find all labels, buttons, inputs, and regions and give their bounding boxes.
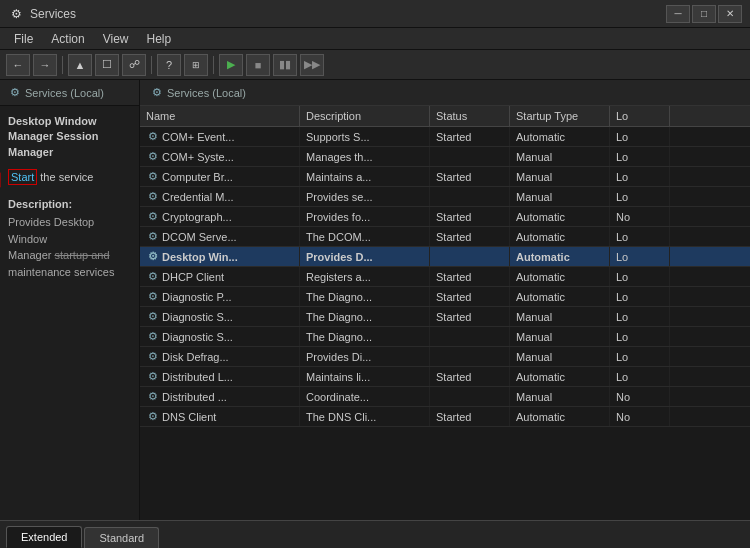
description-section: Description: Provides Desktop Window Man… xyxy=(8,198,131,280)
menu-file[interactable]: File xyxy=(6,30,41,48)
table-row[interactable]: ⚙COM+ Syste...Manages th...ManualLo xyxy=(140,147,750,167)
service-desc-cell: Manages th... xyxy=(300,147,430,166)
menu-help[interactable]: Help xyxy=(139,30,180,48)
service-name-text: COM+ Syste... xyxy=(162,151,234,163)
tab-extended[interactable]: Extended xyxy=(6,526,82,548)
action-link-area: Start the service xyxy=(8,170,131,184)
table-row[interactable]: ⚙Cryptograph...Provides fo...StartedAuto… xyxy=(140,207,750,227)
col-logon: Lo xyxy=(610,106,670,126)
service-name-cell: ⚙COM+ Syste... xyxy=(140,147,300,166)
service-name-cell: ⚙Diagnostic S... xyxy=(140,307,300,326)
service-desc-cell: Maintains a... xyxy=(300,167,430,186)
col-status: Status xyxy=(430,106,510,126)
maximize-button[interactable]: □ xyxy=(692,5,716,23)
service-name-cell: ⚙COM+ Event... xyxy=(140,127,300,146)
table-row[interactable]: ⚙Credential M...Provides se...ManualLo xyxy=(140,187,750,207)
service-gear-icon: ⚙ xyxy=(146,390,159,403)
restart-service-button[interactable]: ▶▶ xyxy=(300,54,324,76)
service-desc-cell: Provides D... xyxy=(300,247,430,266)
service-logon-cell: Lo xyxy=(610,267,670,286)
service-name-text: Computer Br... xyxy=(162,171,233,183)
table-row[interactable]: ⚙Distributed L...Maintains li...StartedA… xyxy=(140,367,750,387)
service-gear-icon: ⚙ xyxy=(146,150,159,163)
service-desc-cell: Registers a... xyxy=(300,267,430,286)
show-hide-button[interactable]: ☐ xyxy=(95,54,119,76)
back-button[interactable]: ← xyxy=(6,54,30,76)
service-logon-cell: No xyxy=(610,207,670,226)
service-status-cell: Started xyxy=(430,367,510,386)
table-row[interactable]: ⚙COM+ Event...Supports S...StartedAutoma… xyxy=(140,127,750,147)
minimize-button[interactable]: ─ xyxy=(666,5,690,23)
right-panel: ⚙ Services (Local) Name Description Stat… xyxy=(140,80,750,520)
up-button[interactable]: ▲ xyxy=(68,54,92,76)
service-desc-cell: The Diagno... xyxy=(300,327,430,346)
tab-standard[interactable]: Standard xyxy=(84,527,159,548)
table-row[interactable]: ⚙Computer Br...Maintains a...StartedManu… xyxy=(140,167,750,187)
table-row[interactable]: ⚙Disk Defrag...Provides Di...ManualLo xyxy=(140,347,750,367)
service-logon-cell: Lo xyxy=(610,247,670,266)
desc-text-3: maintenance services xyxy=(8,264,131,281)
service-desc-cell: The Diagno... xyxy=(300,287,430,306)
service-status-cell: Started xyxy=(430,307,510,326)
table-header: Name Description Status Startup Type Lo xyxy=(140,106,750,127)
toolbar-sep-3 xyxy=(213,56,214,74)
table-row[interactable]: ⚙Desktop Win...Provides D...AutomaticLo▶ xyxy=(140,247,750,267)
table-row[interactable]: ⚙DCOM Serve...The DCOM...StartedAutomati… xyxy=(140,227,750,247)
close-button[interactable]: ✕ xyxy=(718,5,742,23)
service-desc-cell: The Diagno... xyxy=(300,307,430,326)
table-body: ⚙COM+ Event...Supports S...StartedAutoma… xyxy=(140,127,750,427)
service-startup-cell: Manual xyxy=(510,307,610,326)
service-name-cell: ⚙Diagnostic S... xyxy=(140,327,300,346)
service-status-cell: Started xyxy=(430,287,510,306)
help-button[interactable]: ? xyxy=(157,54,181,76)
service-logon-cell: Lo xyxy=(610,367,670,386)
service-gear-icon: ⚙ xyxy=(146,130,159,143)
service-startup-cell: Manual xyxy=(510,147,610,166)
service-status-cell xyxy=(430,327,510,346)
action-suffix: the service xyxy=(37,171,93,183)
service-gear-icon: ⚙ xyxy=(146,310,159,323)
menu-view[interactable]: View xyxy=(95,30,137,48)
right-panel-gear-icon: ⚙ xyxy=(150,86,163,99)
desc-title: Description: xyxy=(8,198,131,210)
col-startup: Startup Type xyxy=(510,106,610,126)
service-status-cell: Started xyxy=(430,167,510,186)
table-row[interactable]: ⚙DHCP ClientRegisters a...StartedAutomat… xyxy=(140,267,750,287)
table-row[interactable]: ⚙Distributed ...Coordinate...ManualNo xyxy=(140,387,750,407)
stop-service-button[interactable]: ■ xyxy=(246,54,270,76)
table-row[interactable]: ⚙Diagnostic P...The Diagno...StartedAuto… xyxy=(140,287,750,307)
col-description: Description xyxy=(300,106,430,126)
service-logon-cell: Lo xyxy=(610,127,670,146)
service-name-cell: ⚙Credential M... xyxy=(140,187,300,206)
table-row[interactable]: ⚙Diagnostic S...The Diagno...ManualLo xyxy=(140,327,750,347)
start-service-button[interactable]: ▶ xyxy=(219,54,243,76)
left-panel-gear-icon: ⚙ xyxy=(8,86,21,99)
toolbar-sep-2 xyxy=(151,56,152,74)
service-name-cell: ⚙Computer Br... xyxy=(140,167,300,186)
table-row[interactable]: ⚙Diagnostic S...The Diagno...StartedManu… xyxy=(140,307,750,327)
service-gear-icon: ⚙ xyxy=(146,210,159,223)
table-row[interactable]: ⚙DNS ClientThe DNS Cli...StartedAutomati… xyxy=(140,407,750,427)
export-button[interactable]: ⊞ xyxy=(184,54,208,76)
menu-action[interactable]: Action xyxy=(43,30,92,48)
service-gear-icon: ⚙ xyxy=(146,410,159,423)
service-gear-icon: ⚙ xyxy=(146,370,159,383)
pause-service-button[interactable]: ▮▮ xyxy=(273,54,297,76)
services-table[interactable]: Name Description Status Startup Type Lo … xyxy=(140,106,750,520)
service-status-cell xyxy=(430,247,510,266)
service-logon-cell: Lo xyxy=(610,327,670,346)
properties-button[interactable]: ☍ xyxy=(122,54,146,76)
service-logon-cell: No xyxy=(610,407,670,426)
service-status-cell: Started xyxy=(430,207,510,226)
service-logon-cell: Lo xyxy=(610,167,670,186)
service-logon-cell: Lo xyxy=(610,147,670,166)
forward-button[interactable]: → xyxy=(33,54,57,76)
service-name-cell: ⚙Distributed ... xyxy=(140,387,300,406)
service-logon-cell: Lo xyxy=(610,287,670,306)
left-panel: ⚙ Services (Local) Desktop Window Manage… xyxy=(0,80,140,520)
start-link[interactable]: Start xyxy=(8,169,37,185)
service-startup-cell: Automatic xyxy=(510,287,610,306)
service-name-cell: ⚙Distributed L... xyxy=(140,367,300,386)
service-logon-cell: Lo xyxy=(610,307,670,326)
window-controls: ─ □ ✕ xyxy=(666,5,742,23)
